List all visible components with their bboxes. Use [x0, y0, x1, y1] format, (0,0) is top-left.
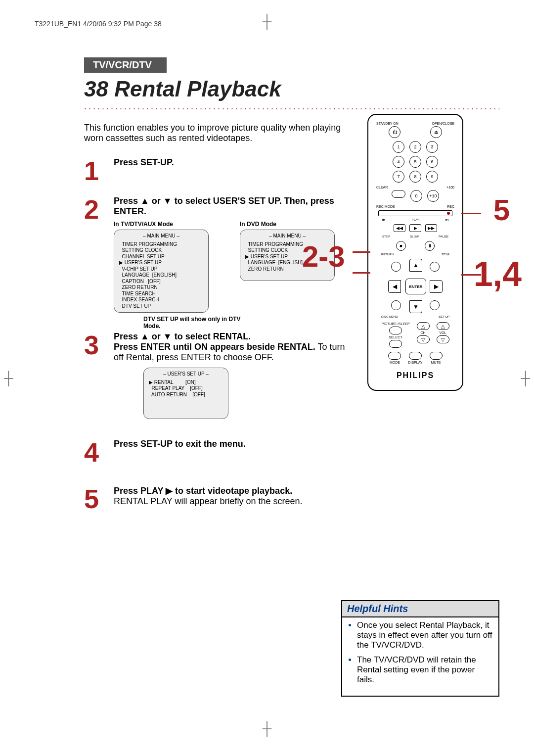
- vol-label: VOL: [440, 331, 446, 334]
- stop-label: STOP: [382, 235, 390, 238]
- vol-up-button[interactable]: △: [437, 322, 449, 330]
- mode-button[interactable]: [388, 352, 401, 360]
- nav-left-button[interactable]: ◀: [388, 280, 401, 293]
- play-label: PLAY: [412, 218, 419, 221]
- section-badge: TV/VCR/DTV: [84, 57, 167, 73]
- page: ┼ ┼ ┼ ┼ T3221UB_EN1 4/20/06 9:32 PM Page…: [0, 0, 534, 756]
- mute-label: MUTE: [431, 361, 441, 364]
- crop-mark-right: ┼: [521, 371, 530, 386]
- ch-label: CH: [421, 331, 426, 334]
- crop-mark-top: ┼: [263, 14, 271, 29]
- menu-line: CHANNEL SET UP: [119, 254, 203, 260]
- vol-down-button[interactable]: ▽: [437, 335, 449, 343]
- display-button[interactable]: [409, 352, 422, 360]
- nav-right-button[interactable]: ▶: [430, 280, 443, 293]
- step-4: 4 Press SET-UP to exit the menu.: [84, 439, 499, 466]
- step-number: 1: [84, 157, 109, 184]
- num-0-button[interactable]: 0: [410, 190, 422, 202]
- helpful-hints-title: Helpful Hints: [342, 601, 498, 617]
- num-8-button[interactable]: 8: [409, 171, 421, 183]
- prev-icon: ⏮: [382, 218, 385, 221]
- title-button[interactable]: [430, 262, 440, 272]
- hint-item: Once you select Rental Playback, it stay…: [357, 620, 492, 650]
- step-5-rest: RENTAL PLAY will appear briefly on the s…: [114, 496, 303, 506]
- page-number: 38: [84, 77, 108, 101]
- return-button[interactable]: [391, 262, 401, 272]
- return-label: RETURN: [381, 253, 394, 256]
- step-body: Press SET-UP to exit the menu.: [114, 439, 246, 449]
- rec-bar[interactable]: [378, 210, 452, 216]
- decorative-dotline: ········································…: [84, 103, 499, 114]
- standby-on-label: STANDBY-ON: [376, 122, 399, 125]
- nav-down-button[interactable]: ▼: [409, 300, 422, 313]
- tv-menu-lines: TIMER PROGRAMMING SETTING CLOCK CHANNEL …: [119, 241, 203, 310]
- step-4-text: Press SET-UP to exit the menu.: [114, 439, 246, 449]
- rewind-button[interactable]: ◀◀: [394, 224, 405, 232]
- crop-mark-left: ┼: [4, 371, 13, 386]
- num-3-button[interactable]: 3: [426, 141, 438, 153]
- eject-button[interactable]: ⏏: [430, 126, 442, 138]
- num-1-button[interactable]: 1: [393, 141, 404, 153]
- select-button[interactable]: [389, 340, 402, 348]
- picture-button[interactable]: [389, 327, 402, 334]
- main-menu-tv: In TV/DTV/AUX Mode – MAIN MENU – TIMER P…: [114, 221, 225, 313]
- clear-button[interactable]: [392, 190, 405, 198]
- step-body: Press SET-UP.: [114, 157, 174, 168]
- step-number: 5: [84, 485, 109, 512]
- ch-up-button[interactable]: △: [417, 322, 430, 330]
- step-5: 5 Press PLAY ▶ to start videotape playba…: [84, 485, 499, 512]
- dtv-note: DTV SET UP will show only in DTV Mode.: [143, 316, 242, 330]
- mute-button[interactable]: [430, 352, 443, 360]
- ch-down-button[interactable]: ▽: [417, 335, 430, 343]
- menu-line: ▶ USER'S SET UP: [119, 260, 203, 266]
- setup-label: SET-UP: [439, 315, 449, 318]
- num-9-button[interactable]: 9: [426, 171, 438, 183]
- next-icon: ⏭: [445, 218, 448, 221]
- select-label: SELECT: [389, 335, 402, 339]
- num-2-button[interactable]: 2: [409, 141, 421, 153]
- menu-line: TIME SEARCH: [119, 291, 203, 297]
- plus100-button[interactable]: +10: [427, 190, 439, 202]
- plus100-label: +100: [446, 186, 454, 189]
- step-body: Press PLAY ▶ to start videotape playback…: [114, 485, 303, 507]
- callout-5: 5: [493, 193, 510, 227]
- stop-button[interactable]: ■: [396, 241, 406, 251]
- num-4-button[interactable]: 4: [393, 156, 404, 168]
- bottom-row: MODE DISPLAY MUTE: [373, 352, 457, 364]
- step-2-text: Press ▲ or ▼ to select USER'S SET UP. Th…: [114, 196, 334, 216]
- num-5-button[interactable]: 5: [409, 156, 421, 168]
- pause-button[interactable]: ⏸: [425, 241, 435, 251]
- callout-line: [461, 274, 481, 276]
- num-6-button[interactable]: 6: [426, 156, 438, 168]
- step-3-bold: Press ▲ or ▼ to select RENTAL.Press ENTE…: [114, 331, 315, 352]
- rec-dot-icon: [447, 212, 450, 215]
- play-button[interactable]: ▶: [409, 224, 421, 232]
- power-button[interactable]: ⏻: [389, 126, 400, 138]
- picture-sleep-label: PICTURE /SLEEP: [381, 322, 409, 326]
- step-number: 3: [84, 331, 109, 358]
- num-7-button[interactable]: 7: [393, 171, 404, 183]
- open-close-label: OPEN/CLOSE: [432, 122, 454, 125]
- step-number: 2: [84, 196, 109, 223]
- menu-line: V-CHIP SET UP: [119, 266, 203, 273]
- remote-top-labels: STANDBY-ON OPEN/CLOSE: [376, 122, 454, 125]
- fast-forward-button[interactable]: ▶▶: [425, 224, 437, 232]
- main-menu-tv-box: – MAIN MENU – TIMER PROGRAMMING SETTING …: [114, 230, 209, 313]
- step-body: Press ▲ or ▼ to select RENTAL.Press ENTE…: [114, 331, 351, 419]
- rec-label: REC: [447, 205, 454, 208]
- disc-menu-label: DISC MENU: [381, 315, 398, 318]
- callout-line: [353, 251, 370, 253]
- menu-line: ▶ RENTAL [ON]: [149, 379, 223, 386]
- step-number: 4: [84, 439, 109, 466]
- crop-mark-bottom: ┼: [263, 721, 271, 736]
- step-5-bold: Press PLAY ▶ to start videotape playback…: [114, 486, 292, 496]
- hint-item: The TV/VCR/DVD will retain the Rental se…: [357, 655, 492, 685]
- callout-2-3: 2-3: [302, 239, 345, 274]
- setup-button[interactable]: [430, 300, 440, 310]
- menu-line: LANGUAGE [ENGLISH]: [119, 272, 203, 279]
- nav-up-button[interactable]: ▲: [409, 259, 422, 272]
- enter-button[interactable]: ENTER: [405, 279, 426, 294]
- step-1-text: Press SET-UP.: [114, 157, 174, 167]
- disc-menu-button[interactable]: [391, 300, 401, 310]
- callout-line: [461, 213, 481, 214]
